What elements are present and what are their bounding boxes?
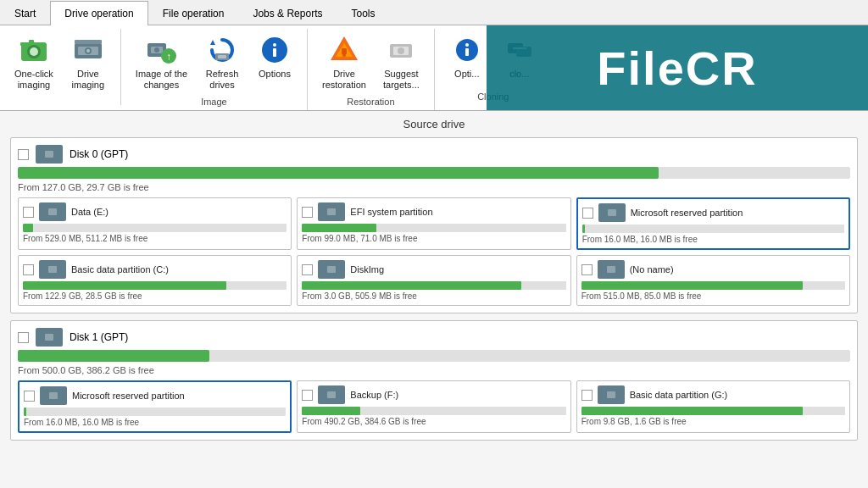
partition-basic-c-info: From 122.9 GB, 28.5 GB is free	[23, 291, 287, 301]
ribbon-group-image: ↑ Image of thechanges Refreshd	[121, 29, 308, 110]
partition-basic-g-name: Basic data partition (G:)	[630, 390, 728, 400]
partition-noname-0: (No name) From 515.0 MB, 85.0 MB is free	[576, 255, 850, 306]
svg-point-8	[86, 49, 90, 53]
tab-file-operation[interactable]: File operation	[148, 1, 239, 25]
image-changes-icon: ↑	[144, 33, 178, 67]
options-button[interactable]: Options	[249, 29, 300, 95]
partition-noname-0-checkbox[interactable]	[581, 264, 593, 275]
disk1-progress-fill	[18, 350, 209, 362]
partition-ms-reserved-0-bar	[582, 225, 844, 233]
tab-drive-operation[interactable]: Drive operation	[50, 1, 147, 25]
ribbon: One-clickimaging Driveimaging	[0, 25, 868, 111]
drive-imaging-button[interactable]: Driveimaging	[63, 29, 114, 95]
partition-basic-g-fill	[581, 407, 804, 415]
ribbon-group-label-empty	[7, 100, 114, 105]
ribbon-group-restoration: Driverestoration Suggesttargets... Resto…	[308, 29, 435, 110]
drive-restoration-label: Driverestoration	[322, 69, 366, 91]
partition-data-e: Data (E:) From 529.0 MB, 511.2 MB is fre…	[18, 197, 292, 250]
partition-ms-reserved-1: Microsoft reserved partition From 16.0 M…	[18, 380, 292, 433]
clone-options-label: Opti...	[454, 69, 479, 80]
partition-efi-checkbox[interactable]	[302, 207, 313, 218]
ribbon-group-label-restoration: Restoration	[314, 95, 427, 110]
svg-point-30	[465, 43, 469, 47]
drive-restoration-icon	[327, 33, 361, 67]
options-icon	[258, 33, 292, 67]
disk0-info: From 127.0 GB, 29.7 GB is free	[18, 182, 850, 192]
disk0-name: Disk 0 (GPT)	[70, 148, 128, 160]
one-click-imaging-button[interactable]: One-clickimaging	[7, 29, 61, 95]
partition-backup-f-checkbox[interactable]	[302, 390, 313, 401]
svg-point-2	[30, 47, 38, 56]
partition-noname-0-info: From 515.0 MB, 85.0 MB is free	[581, 291, 845, 301]
partition-efi-fill	[302, 224, 376, 232]
partition-ms-reserved-1-icon	[40, 386, 67, 405]
partition-basic-c: Basic data partition (C:) From 122.9 GB,…	[18, 255, 292, 306]
drive-imaging-icon	[71, 33, 105, 67]
refresh-drives-button[interactable]: Refreshdrives	[197, 29, 248, 95]
partition-diskimg-fill	[302, 281, 520, 290]
disk1-group: Disk 1 (GPT) From 500.0 GB, 386.2 GB is …	[10, 320, 858, 441]
disk1-checkbox[interactable]	[18, 332, 29, 343]
partition-ms-reserved-0: Microsoft reserved partition From 16.0 M…	[576, 197, 850, 250]
partition-efi-icon	[318, 202, 345, 221]
disk0-progress-fill	[18, 167, 659, 179]
partition-noname-0-bar	[581, 281, 845, 290]
disk0-group: Disk 0 (GPT) From 127.0 GB, 29.7 GB is f…	[10, 137, 858, 313]
disk0-icon	[36, 145, 63, 164]
partition-ms-reserved-1-checkbox[interactable]	[24, 391, 35, 402]
disk1-info: From 500.0 GB, 386.2 GB is free	[18, 365, 850, 375]
svg-rect-24	[342, 48, 347, 54]
one-click-icon	[17, 33, 51, 67]
ribbon-group-label-cloning: Cloning	[442, 90, 545, 105]
options-label: Options	[259, 69, 291, 80]
partition-ms-reserved-0-checkbox[interactable]	[582, 208, 593, 219]
clone-action-button[interactable]: clo...	[494, 29, 545, 84]
partition-diskimg-icon	[318, 260, 345, 279]
tab-tools[interactable]: Tools	[337, 1, 389, 25]
disk0-partitions: Data (E:) From 529.0 MB, 511.2 MB is fre…	[18, 197, 850, 306]
partition-basic-c-checkbox[interactable]	[23, 264, 34, 275]
partition-basic-g: Basic data partition (G:) From 9.8 GB, 1…	[576, 380, 850, 433]
source-drive-title: Source drive	[10, 118, 858, 130]
svg-rect-4	[20, 42, 25, 46]
partition-ms-reserved-1-bar	[24, 408, 286, 416]
tab-jobs-reports[interactable]: Jobs & Reports	[238, 1, 337, 25]
suggest-targets-button[interactable]: Suggesttargets...	[376, 29, 427, 95]
partition-efi: EFI system partition From 99.0 MB, 71.0 …	[297, 197, 570, 250]
drive-restoration-button[interactable]: Driverestoration	[314, 29, 374, 95]
ribbon-group-label-image: Image	[128, 95, 300, 110]
partition-data-e-checkbox[interactable]	[23, 207, 34, 218]
clone-options-button[interactable]: Opti...	[442, 29, 492, 84]
ribbon-group-cloning: Opti... clo... Cloning	[435, 29, 552, 105]
partition-basic-c-fill	[23, 281, 226, 290]
partition-data-e-icon	[39, 202, 66, 221]
tab-start[interactable]: Start	[0, 1, 50, 25]
partition-diskimg-checkbox[interactable]	[302, 264, 313, 275]
tab-bar: Start Drive operation File operation Job…	[0, 0, 868, 25]
ribbon-group-imaging: One-clickimaging Driveimaging	[7, 29, 121, 105]
partition-basic-c-bar	[23, 281, 287, 290]
clone-action-label: clo...	[509, 69, 529, 80]
disk1-partitions: Microsoft reserved partition From 16.0 M…	[18, 380, 850, 433]
svg-rect-17	[218, 55, 226, 58]
image-changes-button[interactable]: ↑ Image of thechanges	[128, 29, 195, 95]
partition-noname-0-name: (No name)	[630, 264, 674, 274]
partition-data-e-name: Data (E:)	[71, 207, 108, 217]
partition-diskimg-bar	[302, 281, 565, 290]
partition-data-e-info: From 529.0 MB, 511.2 MB is free	[23, 234, 287, 243]
disk1-header: Disk 1 (GPT)	[18, 328, 850, 347]
partition-efi-bar	[302, 224, 565, 232]
svg-point-28	[398, 47, 404, 54]
partition-efi-name: EFI system partition	[350, 207, 432, 217]
partition-ms-reserved-0-icon	[598, 203, 626, 222]
svg-rect-3	[29, 40, 34, 44]
partition-diskimg: DiskImg From 3.0 GB, 505.9 MB is free	[297, 255, 570, 306]
disk0-header: Disk 0 (GPT)	[18, 145, 850, 164]
partition-basic-g-checkbox[interactable]	[581, 390, 593, 401]
partition-data-e-fill	[23, 224, 33, 232]
partition-backup-f-bar	[302, 407, 565, 415]
svg-point-19	[273, 43, 276, 47]
disk1-name: Disk 1 (GPT)	[70, 331, 128, 343]
partition-basic-g-info: From 9.8 GB, 1.6 GB is free	[581, 417, 845, 426]
disk0-checkbox[interactable]	[18, 149, 29, 160]
